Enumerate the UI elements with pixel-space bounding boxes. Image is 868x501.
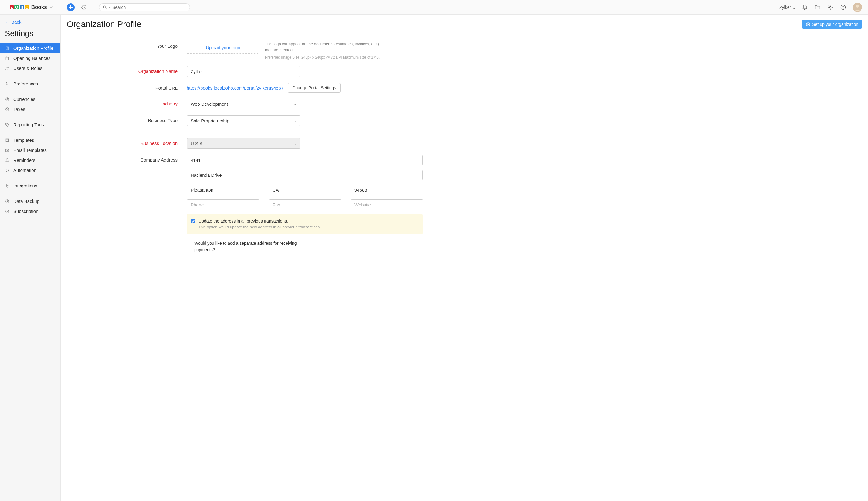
state-input[interactable] [269, 185, 341, 195]
business-location-select[interactable]: U.S.A. ⌄ [187, 138, 301, 149]
brand-caret-icon[interactable] [50, 6, 53, 9]
chevron-down-icon: ⌄ [294, 141, 296, 146]
svg-point-6 [856, 4, 859, 8]
svg-point-2 [830, 7, 831, 8]
svg-point-13 [7, 84, 7, 85]
label-business-location: Business Location [67, 138, 187, 146]
website-input[interactable] [350, 200, 423, 210]
notifications-icon[interactable] [802, 4, 808, 10]
sidebar-label: Subscription [13, 209, 39, 214]
sidebar-label: Taxes [13, 107, 25, 112]
row-portal-url: Portal URL https://books.localzoho.com/p… [67, 83, 425, 93]
zoho-books-logo[interactable]: Z O H O Books [10, 4, 53, 10]
label-company-address: Company Address [67, 155, 187, 163]
search-icon [103, 5, 107, 9]
sidebar-item-taxes[interactable]: Taxes [0, 104, 61, 114]
label-org-name: Organization Name [67, 66, 187, 74]
back-link[interactable]: ← Back [0, 17, 61, 28]
percent-icon [5, 107, 10, 111]
label-logo: Your Logo [67, 41, 187, 49]
sidebar-item-templates[interactable]: Templates [0, 135, 61, 145]
page-header: Organization Profile Set up your organiz… [61, 14, 868, 35]
row-company-address: Company Address [67, 155, 425, 253]
row-org-name: Organization Name [67, 66, 425, 77]
city-input[interactable] [187, 185, 260, 195]
folder-icon[interactable] [815, 4, 821, 10]
page-title: Organization Profile [67, 19, 141, 29]
settings-title: Settings [0, 28, 61, 43]
address-line1-input[interactable] [187, 155, 423, 166]
search-box[interactable]: ▾ [99, 3, 190, 11]
industry-value: Web Development [191, 102, 228, 107]
brand-area[interactable]: Z O H O Books [0, 4, 61, 10]
sidebar-item-currencies[interactable]: Currencies [0, 94, 61, 104]
sidebar-label: Organization Profile [13, 45, 53, 51]
separate-address-text: Would you like to add a separate address… [194, 240, 316, 253]
svg-point-11 [7, 82, 7, 83]
phone-input[interactable] [187, 200, 260, 210]
address-line2-input[interactable] [187, 170, 423, 180]
setup-organization-button[interactable]: Set up your organization [802, 20, 862, 29]
row-industry: Industry Web Development ⌄ [67, 99, 425, 109]
history-icon[interactable] [81, 4, 87, 10]
update-address-notice: Update the address in all previous trans… [187, 214, 423, 234]
help-icon[interactable] [840, 4, 846, 10]
sidebar-item-integrations[interactable]: Integrations [0, 181, 61, 191]
sidebar-item-reminders[interactable]: Reminders [0, 155, 61, 165]
logo-h: H [20, 5, 24, 9]
separate-address-checkbox[interactable] [187, 241, 191, 245]
upload-logo-button[interactable]: Upload your logo [187, 41, 260, 54]
industry-select[interactable]: Web Development ⌄ [187, 99, 301, 109]
sidebar-label: Automation [13, 168, 36, 173]
portal-url-link[interactable]: https://books.localzoho.com/portal/zylke… [187, 85, 283, 90]
settings-gear-icon[interactable] [827, 4, 833, 10]
business-type-select[interactable]: Sole Proprietorship ⌄ [187, 115, 301, 126]
sidebar-item-opening-balances[interactable]: Opening Balances [0, 53, 61, 63]
tag-icon [5, 122, 10, 127]
quick-add-button[interactable] [67, 3, 75, 11]
sliders-icon [5, 82, 10, 86]
search-input[interactable] [112, 5, 186, 10]
sidebar-label: Templates [13, 138, 34, 143]
org-switcher[interactable]: Zylker ⌄ [779, 5, 795, 10]
update-address-checkbox[interactable] [191, 219, 195, 223]
chevron-down-icon: ⌄ [294, 102, 296, 106]
sidebar-label: Opening Balances [13, 55, 51, 61]
business-type-value: Sole Proprietorship [191, 118, 229, 123]
arrow-left-icon: ← [5, 19, 9, 24]
svg-point-1 [104, 6, 106, 8]
update-address-subtext: This option would update the new address… [198, 225, 419, 229]
fax-input[interactable] [269, 200, 341, 210]
org-name: Zylker [779, 5, 791, 10]
download-icon [5, 199, 10, 203]
zip-input[interactable] [350, 185, 423, 195]
bell-icon [5, 158, 10, 162]
chevron-down-icon: ⌄ [793, 6, 795, 9]
sidebar-item-email-templates[interactable]: Email Templates [0, 145, 61, 155]
logo-o2: O [24, 5, 29, 9]
logo-z: Z [10, 5, 14, 9]
sidebar-item-preferences[interactable]: Preferences [0, 79, 61, 89]
svg-point-12 [8, 83, 8, 84]
sidebar-label: Currencies [13, 97, 35, 102]
top-header: Z O H O Books ▾ Zylker ⌄ [0, 0, 868, 14]
change-portal-settings-button[interactable]: Change Portal Settings [288, 83, 340, 93]
sidebar-label: Users & Roles [13, 66, 43, 71]
label-business-type: Business Type [67, 115, 187, 123]
users-icon [5, 66, 10, 71]
refresh-icon [5, 168, 10, 172]
sidebar-item-organization-profile[interactable]: Organization Profile [0, 43, 61, 53]
sidebar-item-subscription[interactable]: Subscription [0, 206, 61, 216]
header-center: ▾ [61, 3, 190, 11]
sidebar-label: Data Backup [13, 199, 40, 204]
sidebar-item-users-roles[interactable]: Users & Roles [0, 63, 61, 73]
back-text: Back [11, 19, 21, 24]
org-name-input[interactable] [187, 66, 301, 77]
subscription-icon [5, 209, 10, 213]
user-avatar[interactable] [853, 3, 862, 12]
search-scope-caret-icon[interactable]: ▾ [108, 6, 110, 9]
sidebar-item-automation[interactable]: Automation [0, 165, 61, 175]
settings-sidebar: ← Back Settings Organization Profile Ope… [0, 14, 61, 501]
sidebar-item-reporting-tags[interactable]: Reporting Tags [0, 120, 61, 130]
sidebar-item-data-backup[interactable]: Data Backup [0, 196, 61, 206]
